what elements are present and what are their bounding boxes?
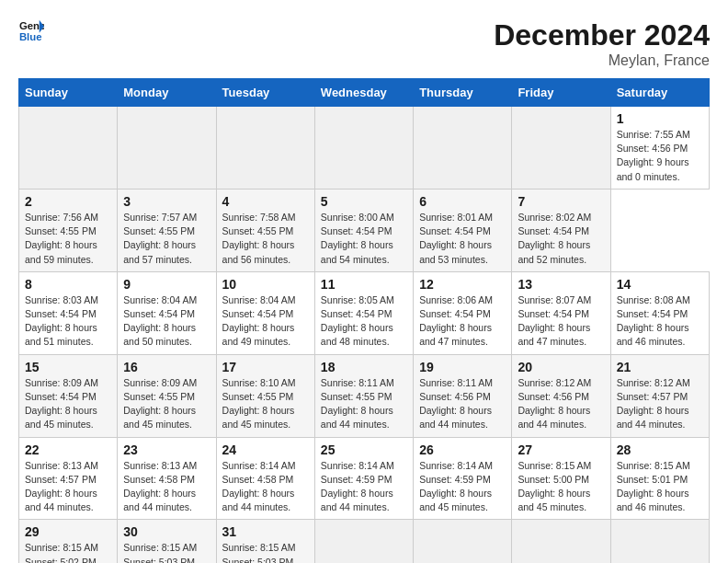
day-number: 12	[419, 277, 506, 292]
weekday-header-monday: Monday	[118, 79, 216, 107]
day-cell-2: 2 Sunrise: 7:56 AMSunset: 4:55 PMDayligh…	[19, 189, 118, 271]
weekday-header-saturday: Saturday	[610, 79, 709, 107]
day-cell-7: 7 Sunrise: 8:02 AMSunset: 4:54 PMDayligh…	[512, 189, 610, 271]
day-cell-25: 25 Sunrise: 8:14 AMSunset: 4:59 PMDaylig…	[314, 437, 413, 520]
day-info: Sunrise: 8:02 AMSunset: 4:54 PMDaylight:…	[518, 211, 604, 267]
day-number: 24	[222, 442, 309, 457]
empty-cell	[610, 520, 709, 563]
empty-cell	[314, 107, 413, 190]
day-info: Sunrise: 7:56 AMSunset: 4:55 PMDaylight:…	[25, 211, 111, 267]
calendar-week-6: 29 Sunrise: 8:15 AMSunset: 5:02 PMDaylig…	[19, 520, 710, 563]
logo-icon: General Blue	[18, 18, 44, 44]
day-info: Sunrise: 8:11 AMSunset: 4:55 PMDaylight:…	[321, 376, 407, 432]
day-cell-21: 21 Sunrise: 8:12 AMSunset: 4:57 PMDaylig…	[610, 354, 709, 437]
day-number: 18	[321, 360, 407, 374]
day-cell-20: 20 Sunrise: 8:12 AMSunset: 4:56 PMDaylig…	[512, 354, 610, 437]
day-info: Sunrise: 7:57 AMSunset: 4:55 PMDaylight:…	[123, 211, 210, 267]
day-cell-1: 1 Sunrise: 7:55 AMSunset: 4:56 PMDayligh…	[610, 107, 709, 190]
day-number: 6	[419, 194, 506, 209]
day-cell-16: 16 Sunrise: 8:09 AMSunset: 4:55 PMDaylig…	[118, 354, 216, 437]
day-number: 4	[222, 194, 309, 209]
day-info: Sunrise: 8:08 AMSunset: 4:54 PMDaylight:…	[617, 293, 703, 350]
day-info: Sunrise: 8:03 AMSunset: 4:54 PMDaylight:…	[25, 293, 111, 350]
day-cell-5: 5 Sunrise: 8:00 AMSunset: 4:54 PMDayligh…	[314, 189, 413, 271]
day-info: Sunrise: 8:09 AMSunset: 4:55 PMDaylight:…	[123, 376, 210, 432]
day-number: 2	[25, 194, 111, 209]
day-cell-3: 3 Sunrise: 7:57 AMSunset: 4:55 PMDayligh…	[118, 189, 216, 271]
day-cell-12: 12 Sunrise: 8:06 AMSunset: 4:54 PMDaylig…	[414, 271, 512, 354]
day-number: 1	[617, 111, 703, 126]
day-info: Sunrise: 8:00 AMSunset: 4:54 PMDaylight:…	[321, 211, 407, 267]
day-cell-23: 23 Sunrise: 8:13 AMSunset: 4:58 PMDaylig…	[118, 437, 216, 520]
day-cell-31: 31 Sunrise: 8:15 AMSunset: 5:03 PMDaylig…	[216, 520, 314, 563]
day-number: 25	[321, 442, 407, 457]
empty-cell	[512, 107, 610, 190]
day-cell-17: 17 Sunrise: 8:10 AMSunset: 4:55 PMDaylig…	[216, 354, 314, 437]
day-info: Sunrise: 8:01 AMSunset: 4:54 PMDaylight:…	[419, 211, 506, 267]
day-info: Sunrise: 8:04 AMSunset: 4:54 PMDaylight:…	[222, 293, 309, 350]
day-info: Sunrise: 8:15 AMSunset: 5:01 PMDaylight:…	[617, 459, 703, 515]
day-number: 5	[321, 194, 407, 209]
day-info: Sunrise: 8:12 AMSunset: 4:56 PMDaylight:…	[518, 376, 604, 432]
day-number: 23	[123, 442, 210, 457]
svg-text:Blue: Blue	[19, 31, 42, 42]
day-number: 27	[518, 442, 604, 457]
day-cell-24: 24 Sunrise: 8:14 AMSunset: 4:58 PMDaylig…	[216, 437, 314, 520]
day-cell-13: 13 Sunrise: 8:07 AMSunset: 4:54 PMDaylig…	[512, 271, 610, 354]
day-number: 10	[222, 277, 309, 292]
day-info: Sunrise: 7:55 AMSunset: 4:56 PMDaylight:…	[617, 128, 703, 184]
empty-cell	[314, 520, 413, 563]
day-cell-10: 10 Sunrise: 8:04 AMSunset: 4:54 PMDaylig…	[216, 271, 314, 354]
calendar-week-1: 1 Sunrise: 7:55 AMSunset: 4:56 PMDayligh…	[19, 107, 710, 190]
day-info: Sunrise: 8:13 AMSunset: 4:57 PMDaylight:…	[25, 459, 111, 515]
day-number: 30	[123, 524, 210, 539]
day-number: 31	[222, 524, 309, 539]
calendar-week-2: 2 Sunrise: 7:56 AMSunset: 4:55 PMDayligh…	[19, 189, 710, 271]
empty-cell	[19, 107, 118, 190]
day-number: 15	[25, 360, 111, 374]
weekday-header-wednesday: Wednesday	[314, 79, 413, 107]
calendar-week-4: 15 Sunrise: 8:09 AMSunset: 4:54 PMDaylig…	[19, 354, 710, 437]
day-number: 20	[518, 360, 604, 374]
day-cell-26: 26 Sunrise: 8:14 AMSunset: 4:59 PMDaylig…	[414, 437, 512, 520]
day-info: Sunrise: 8:12 AMSunset: 4:57 PMDaylight:…	[617, 376, 703, 432]
day-cell-11: 11 Sunrise: 8:05 AMSunset: 4:54 PMDaylig…	[314, 271, 413, 354]
day-number: 17	[222, 360, 309, 374]
day-info: Sunrise: 8:13 AMSunset: 4:58 PMDaylight:…	[123, 459, 210, 515]
weekday-header-row: SundayMondayTuesdayWednesdayThursdayFrid…	[19, 79, 710, 107]
day-number: 19	[419, 360, 506, 374]
day-cell-6: 6 Sunrise: 8:01 AMSunset: 4:54 PMDayligh…	[414, 189, 512, 271]
calendar-week-3: 8 Sunrise: 8:03 AMSunset: 4:54 PMDayligh…	[19, 271, 710, 354]
day-info: Sunrise: 8:15 AMSunset: 5:02 PMDaylight:…	[25, 541, 111, 563]
day-number: 29	[25, 524, 111, 539]
weekday-header-tuesday: Tuesday	[216, 79, 314, 107]
day-number: 9	[123, 277, 210, 292]
day-cell-9: 9 Sunrise: 8:04 AMSunset: 4:54 PMDayligh…	[118, 271, 216, 354]
day-info: Sunrise: 8:04 AMSunset: 4:54 PMDaylight:…	[123, 293, 210, 350]
day-number: 3	[123, 194, 210, 209]
day-number: 28	[617, 442, 703, 457]
day-info: Sunrise: 8:11 AMSunset: 4:56 PMDaylight:…	[419, 376, 506, 432]
day-info: Sunrise: 8:15 AMSunset: 5:00 PMDaylight:…	[518, 459, 604, 515]
day-cell-29: 29 Sunrise: 8:15 AMSunset: 5:02 PMDaylig…	[19, 520, 118, 563]
day-number: 16	[123, 360, 210, 374]
month-title: December 2024	[494, 18, 710, 52]
logo: General Blue	[18, 18, 46, 44]
day-info: Sunrise: 8:14 AMSunset: 4:59 PMDaylight:…	[321, 459, 407, 515]
day-number: 14	[617, 277, 703, 292]
day-info: Sunrise: 8:07 AMSunset: 4:54 PMDaylight:…	[518, 293, 604, 350]
empty-cell	[216, 107, 314, 190]
empty-cell	[414, 107, 512, 190]
day-cell-30: 30 Sunrise: 8:15 AMSunset: 5:03 PMDaylig…	[118, 520, 216, 563]
day-number: 22	[25, 442, 111, 457]
day-info: Sunrise: 8:05 AMSunset: 4:54 PMDaylight:…	[321, 293, 407, 350]
day-info: Sunrise: 8:06 AMSunset: 4:54 PMDaylight:…	[419, 293, 506, 350]
day-number: 8	[25, 277, 111, 292]
weekday-header-sunday: Sunday	[19, 79, 118, 107]
day-info: Sunrise: 8:09 AMSunset: 4:54 PMDaylight:…	[25, 376, 111, 432]
day-number: 21	[617, 360, 703, 374]
day-info: Sunrise: 8:10 AMSunset: 4:55 PMDaylight:…	[222, 376, 309, 432]
weekday-header-friday: Friday	[512, 79, 610, 107]
day-info: Sunrise: 8:14 AMSunset: 4:58 PMDaylight:…	[222, 459, 309, 515]
title-block: December 2024 Meylan, France	[494, 18, 710, 69]
